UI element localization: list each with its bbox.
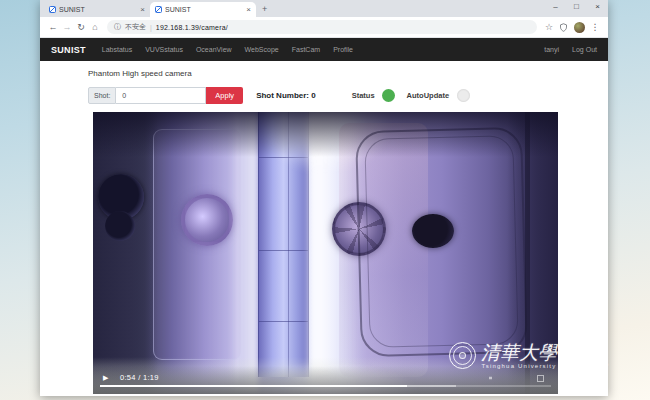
news-label-en: NEWS xyxy=(577,359,609,369)
tsinghua-seal-icon xyxy=(449,342,476,369)
window-controls: – □ × xyxy=(545,0,608,15)
video-controls-shade xyxy=(93,366,558,394)
video-progress-bar[interactable] xyxy=(100,385,551,387)
plasma-port-flange-small xyxy=(105,211,135,241)
shot-input-group: Shot: Apply xyxy=(88,87,243,104)
reload-icon[interactable]: ↻ xyxy=(74,22,88,32)
nav-item-webscope[interactable]: WebScope xyxy=(245,46,279,53)
url-separator: | xyxy=(150,24,152,31)
browser-toolbar: ← → ↻ ⌂ ⓘ 不安全 | 192.168.1.39/camera/ ☆ ⋮ xyxy=(40,17,608,38)
tab-title: SUNIST xyxy=(165,6,243,13)
nav-item-fastcam[interactable]: FastCam xyxy=(292,46,320,53)
shield-icon[interactable] xyxy=(559,23,568,32)
new-tab-button[interactable]: + xyxy=(262,5,267,14)
navbar-brand[interactable]: SUNIST xyxy=(51,45,86,55)
security-label: 不安全 xyxy=(125,22,146,32)
news-label-cn: 新闻 xyxy=(577,342,609,359)
camera-controls-row: Shot: Apply Shot Number: 0 Status AutoUp… xyxy=(88,86,608,104)
nav-item-labstatus[interactable]: Labstatus xyxy=(102,46,132,53)
apply-button[interactable]: Apply xyxy=(206,87,243,104)
home-icon[interactable]: ⌂ xyxy=(88,22,102,32)
tab-close-icon[interactable]: × xyxy=(140,6,145,14)
nav-item-profile[interactable]: Profile xyxy=(333,46,353,53)
fullscreen-icon[interactable] xyxy=(537,375,544,382)
tsinghua-name-cn: 清華大學 xyxy=(481,343,557,362)
tab-sunist-2-active[interactable]: SUNIST × xyxy=(150,2,256,17)
shot-number-display: Shot Number: 0 xyxy=(256,91,316,100)
sunist-favicon-icon xyxy=(49,6,56,13)
plasma-left-port xyxy=(181,194,233,246)
page-title: Phantom High speed camera xyxy=(88,69,608,78)
browser-window: SUNIST × SUNIST × + – □ × ← → ↻ ⌂ ⓘ 不安全 xyxy=(40,0,608,396)
tab-title: SUNIST xyxy=(59,6,137,13)
minimize-button[interactable]: – xyxy=(545,0,566,15)
status-label: Status xyxy=(352,91,375,100)
nav-item-oceanview[interactable]: OceanView xyxy=(196,46,232,53)
tab-sunist-1[interactable]: SUNIST × xyxy=(44,2,150,17)
shot-label: Shot: xyxy=(88,87,116,104)
autoupdate-toggle[interactable] xyxy=(457,89,470,102)
tsinghua-name-en: Tsinghua University xyxy=(481,363,557,369)
status-indicator xyxy=(382,89,395,102)
tab-close-icon[interactable]: × xyxy=(246,6,251,14)
play-icon[interactable]: ▶ xyxy=(103,374,108,381)
autoupdate-label: AutoUpdate xyxy=(407,91,450,100)
address-bar[interactable]: ⓘ 不安全 | 192.168.1.39/camera/ xyxy=(107,20,537,34)
forward-icon[interactable]: → xyxy=(60,22,74,32)
nav-item-vuvsstatus[interactable]: VUVSstatus xyxy=(145,46,183,53)
close-window-button[interactable]: × xyxy=(587,0,608,15)
sunist-favicon-icon xyxy=(155,6,162,13)
info-icon[interactable]: ⓘ xyxy=(114,22,121,32)
bookmark-star-icon[interactable]: ☆ xyxy=(542,22,556,32)
menu-dots-icon[interactable]: ⋮ xyxy=(588,22,602,32)
video-progress-fill xyxy=(100,385,407,387)
tab-strip: SUNIST × SUNIST × + – □ × xyxy=(40,0,608,17)
shot-number-input[interactable] xyxy=(116,87,206,104)
url-text: 192.168.1.39/camera/ xyxy=(156,24,228,31)
broadcast-watermark: 清華大學 Tsinghua University 新闻 NEWS xyxy=(449,342,609,369)
watermark-divider xyxy=(567,345,569,366)
nav-item-logout[interactable]: Log Out xyxy=(572,46,597,53)
profile-avatar[interactable] xyxy=(574,22,585,33)
nav-item-username[interactable]: tanyi xyxy=(544,46,559,53)
video-time-display: 0:54 / 1:19 xyxy=(120,374,159,382)
site-navbar: SUNIST Labstatus VUVSstatus OceanView We… xyxy=(40,38,608,61)
plasma-top-vignette xyxy=(93,112,558,157)
back-icon[interactable]: ← xyxy=(46,22,60,32)
maximize-button[interactable]: □ xyxy=(566,0,587,15)
desktop-background: SUNIST × SUNIST × + – □ × ← → ↻ ⌂ ⓘ 不安全 xyxy=(0,0,650,400)
plasma-vessel-outline-inner xyxy=(365,135,519,347)
